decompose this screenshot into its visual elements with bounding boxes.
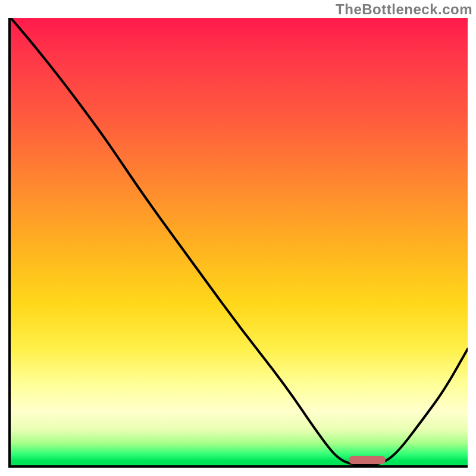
bottleneck-curve bbox=[11, 18, 468, 465]
plot-area bbox=[8, 18, 468, 468]
watermark-text: TheBottleneck.com bbox=[336, 1, 472, 18]
optimal-range-marker bbox=[349, 456, 385, 464]
chart-frame: TheBottleneck.com bbox=[0, 0, 476, 476]
